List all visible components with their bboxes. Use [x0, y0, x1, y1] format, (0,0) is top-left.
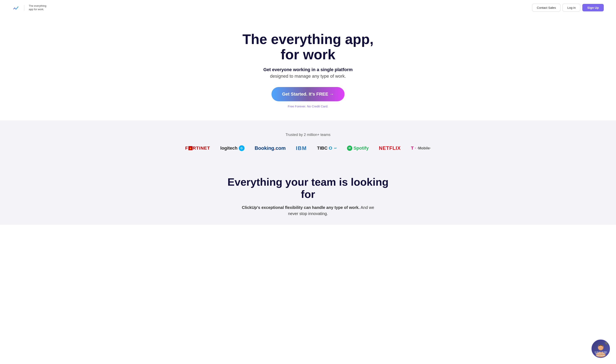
fortinet-logo: F RTINET [185, 145, 210, 151]
tmobile-logo: T · ·Mobile· [411, 145, 431, 151]
logo-area[interactable]: The everything app for work. [12, 4, 46, 12]
navbar: The everything app for work. Contact Sal… [0, 0, 616, 15]
clickup-logo-icon [12, 4, 20, 12]
contact-sales-button[interactable]: Contact Sales [532, 4, 560, 12]
logitech-logo: logitech G [220, 145, 244, 151]
fortinet-icon [188, 146, 193, 150]
hero-section: The everything app,for work Get everyone… [0, 15, 616, 120]
nav-actions: Contact Sales Log in Sign Up [532, 4, 604, 12]
svg-marker-0 [189, 147, 191, 149]
bottom-section: Everything your team is looking for Clic… [0, 164, 616, 225]
spotify-icon [347, 145, 352, 151]
get-started-button[interactable]: Get Started. It's FREE → [271, 87, 345, 101]
bottom-title: Everything your team is looking for [226, 176, 390, 200]
hero-subtitle-secondary: designed to manage any type of work. [4, 74, 612, 79]
fine-print: Free Forever. No Credit Card. [288, 104, 328, 108]
login-button[interactable]: Log in [562, 4, 580, 12]
bottom-subtitle-bold: ClickUp's exceptional flexibility can ha… [242, 205, 360, 210]
tibco-wave-icon [334, 147, 337, 150]
netflix-logo: NETFLIX [379, 145, 401, 151]
logo-tagline: The everything app for work. [29, 4, 46, 11]
logo-divider [24, 5, 24, 11]
signup-button[interactable]: Sign Up [582, 4, 604, 12]
booking-logo: Booking.com [255, 145, 286, 151]
brand-logos-row: F RTINET logitech G Booking.com IBM TIBC… [4, 145, 612, 151]
hero-title: The everything app,for work [237, 32, 379, 62]
hero-subtitle: Get everyone working in a single platfor… [4, 67, 612, 72]
tibco-logo: TIBCO [317, 145, 336, 151]
trusted-title: Trusted by 2 million+ teams [4, 133, 612, 137]
bottom-subtitle: ClickUp's exceptional flexibility can ha… [237, 204, 379, 217]
logitech-icon: G [239, 145, 245, 151]
spotify-logo: Spotify [347, 145, 369, 151]
trusted-section: Trusted by 2 million+ teams F RTINET log… [0, 120, 616, 164]
ibm-logo: IBM [296, 145, 307, 151]
